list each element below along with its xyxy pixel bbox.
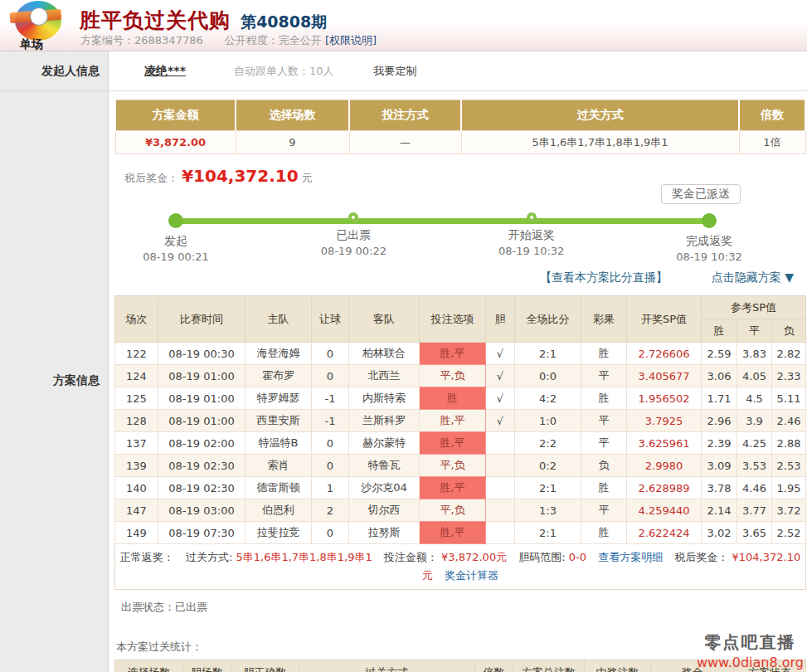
handicap-value: -1 [312, 387, 349, 410]
timeline: 发起08-19 00:21已出票08-19 00:22开始返奖08-19 10:… [176, 211, 709, 262]
stats-col-dan-count: 胆场数 [183, 660, 231, 672]
match-time: 08-19 02:00 [158, 432, 246, 455]
timeline-stage-time: 08-19 10:32 [651, 251, 767, 263]
ref-sp-win: 2.39 [702, 432, 737, 455]
score-live-link[interactable]: 【查看本方案比分直播】 [540, 270, 668, 285]
scheme-amount-value: ¥3,872.00 [115, 131, 236, 154]
match-id: 125 [115, 387, 158, 410]
bet-method-value: — [349, 131, 461, 154]
col-ref-draw: 平 [737, 319, 772, 343]
lottery-result: 胜 [581, 477, 627, 499]
sp-value: 3.7925 [627, 410, 702, 432]
full-score: 1:3 [515, 499, 581, 522]
dan-mark: √ [486, 365, 515, 387]
stats-col-multiple: 倍数 [475, 660, 513, 672]
pass-type-label: 过关方式: [186, 551, 232, 563]
handicap-value: 0 [312, 522, 349, 544]
bet-pick: 胜,平 [420, 432, 486, 455]
away-team: 切尔西 [349, 499, 420, 522]
handicap-value: 0 [312, 343, 349, 365]
bet-pick: 平,负 [420, 455, 486, 477]
full-score: 4:2 [515, 387, 581, 410]
sidebar: 方案信息 [0, 91, 109, 672]
col-dan: 胆 [486, 296, 515, 343]
col-pass-type: 过关方式 [461, 100, 739, 131]
sp-value: 2.726606 [627, 343, 702, 365]
match-table-footer: 正常返奖： 过关方式: 5串1,6串1,7串1,8串1,9串1 投注金额： ¥3… [115, 544, 806, 590]
ref-sp-draw: 4.25 [737, 432, 772, 455]
match-row: 13908-19 02:30索肖0特鲁瓦平,负0:2负2.99803.093.5… [115, 455, 806, 477]
prize-calculator-link[interactable]: 奖金计算器 [445, 569, 498, 582]
bet-pick: 胜,平 [420, 477, 486, 499]
scheme-summary-table: 方案金额 选择场数 投注方式 过关方式 倍数 ¥3,872.00 9 — 5串1… [114, 100, 806, 154]
scheme-meta-row: 方案编号：2688347786 公开程度：完全公开 [权限说明] [80, 33, 377, 48]
dan-mark [486, 455, 515, 477]
timeline-stop: 开始返奖08-19 10:32 [474, 211, 590, 257]
bet-pick: 胜,平 [420, 410, 486, 432]
main-content: 方案金额 选择场数 投注方式 过关方式 倍数 ¥3,872.00 9 — 5串1… [109, 91, 807, 672]
away-team: 柏林联合 [349, 343, 420, 365]
customize-link[interactable]: 我要定制 [374, 64, 417, 79]
lottery-result: 胜 [581, 522, 627, 544]
match-row: 14008-19 02:30德雷斯顿1沙尔克04胜,平2:1胜2.6289893… [115, 477, 806, 499]
ticket-status-label: 出票状态： [121, 601, 175, 613]
match-time: 08-19 07:30 [158, 522, 246, 544]
hide-plan-link[interactable]: 点击隐藏方案 ▼ [712, 270, 794, 285]
col-multiple: 倍数 [739, 100, 805, 131]
match-row: 13708-19 02:00特温特B0赫尔蒙特胜,平2:2平3.6259612.… [115, 432, 806, 455]
tax-prize-label: 税后奖金： [674, 551, 728, 563]
prize-value: ¥104,372.10 [182, 166, 298, 186]
body-row: 方案信息 方案金额 选择场数 投注方式 过关方式 倍数 ¥3,872.00 [0, 91, 807, 672]
full-score: 2:1 [515, 343, 581, 365]
match-time: 08-19 00:30 [158, 343, 246, 365]
match-id: 147 [115, 499, 158, 522]
ref-sp-lose: 2.53 [772, 455, 806, 477]
prize-sent-button[interactable]: 奖金已派送 [661, 184, 741, 204]
stats-col-dan-correct: 胆正确数 [231, 660, 299, 672]
sp-value: 3.405677 [627, 365, 702, 387]
ref-sp-win: 2.96 [702, 410, 737, 432]
sp-value: 2.9980 [627, 455, 702, 477]
timeline-dot-icon [348, 212, 358, 222]
full-score: 2:2 [515, 432, 581, 455]
home-team: 拉斐拉竞 [246, 522, 312, 544]
handicap-value: -1 [312, 410, 349, 432]
col-session: 场次 [115, 296, 158, 343]
status-row: 奖金已派送 [114, 184, 741, 206]
site-logo[interactable]: 单场 [8, 1, 75, 51]
full-score: 0:0 [515, 365, 581, 387]
sp-value: 2.628989 [627, 477, 702, 499]
dan-range-value: 0-0 [569, 551, 586, 563]
match-row: 12508-19 01:00特罗姆瑟-1内斯特索胜√4:2胜1.9565021.… [115, 387, 806, 410]
ref-sp-lose: 2.46 [772, 410, 806, 432]
links-row: 【查看本方案比分直播】 点击隐藏方案 ▼ [114, 270, 807, 292]
handicap-value: 2 [312, 499, 349, 522]
match-id: 140 [115, 477, 158, 499]
timeline-stage-time: 08-19 00:21 [118, 251, 234, 263]
lottery-result: 平 [581, 432, 627, 455]
away-team: 内斯特索 [349, 387, 420, 410]
timeline-stage-time: 08-19 10:32 [474, 245, 590, 257]
ref-sp-draw: 3.83 [737, 343, 772, 365]
lottery-result: 胜 [581, 343, 627, 365]
ref-sp-win: 3.09 [702, 455, 737, 477]
page: 单场 胜平负过关代购 第40808期 方案编号：2688347786 公开程度：… [0, 0, 807, 672]
scheme-detail-link[interactable]: 查看方案明细 [598, 551, 663, 563]
dan-mark: √ [486, 387, 515, 410]
issuer-name-link[interactable]: 凌绝*** [144, 64, 186, 79]
timeline-track [173, 218, 712, 224]
permission-link[interactable]: [权限说明] [325, 34, 377, 46]
match-time: 08-19 02:30 [158, 477, 246, 499]
ref-sp-lose: 2.52 [772, 522, 806, 544]
sp-value: 3.625961 [627, 432, 702, 455]
away-team: 赫尔蒙特 [349, 432, 420, 455]
match-row: 14908-19 07:30拉斐拉竞0拉努斯胜,平2:1胜2.6224243.0… [115, 522, 806, 544]
ref-sp-lose: 2.88 [772, 432, 806, 455]
col-ref-win: 胜 [702, 319, 737, 343]
match-row: 12208-19 00:30海登海姆0柏林联合胜,平√2:1胜2.7266062… [115, 343, 806, 365]
home-team: 伯恩利 [246, 499, 312, 522]
ref-sp-draw: 4.5 [737, 387, 772, 410]
scheme-no-value: 2688347786 [134, 34, 203, 46]
timeline-stage-label: 开始返奖 [474, 228, 590, 243]
full-score: 0:2 [515, 455, 581, 477]
